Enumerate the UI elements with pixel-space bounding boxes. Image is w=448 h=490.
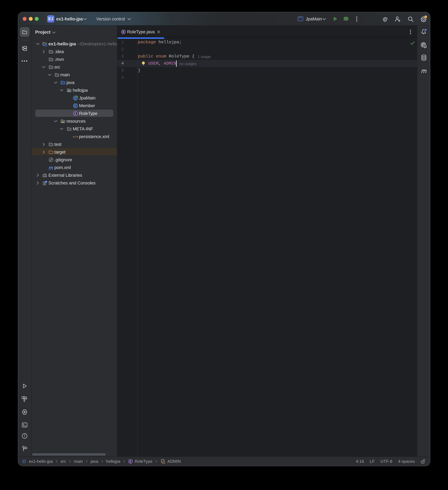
svg-text:</>: </> [73,135,78,139]
